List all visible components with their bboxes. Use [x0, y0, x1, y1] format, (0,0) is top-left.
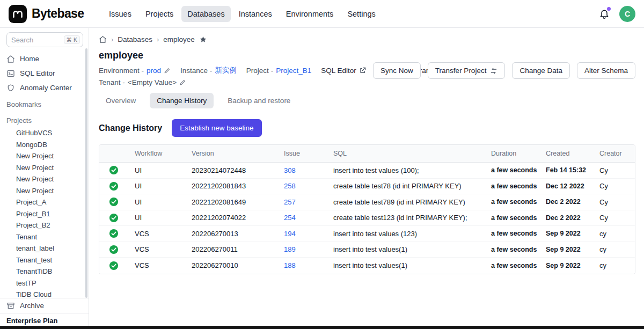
sidebar-item-label: Home: [20, 55, 39, 63]
duration-cell: a few seconds: [485, 230, 539, 237]
status-column-header: [99, 145, 128, 162]
sidebar-project-item[interactable]: New Project: [6, 150, 83, 162]
breadcrumb-databases[interactable]: Databases: [118, 35, 152, 43]
success-check-icon: [109, 229, 119, 238]
tab[interactable]: Change History: [150, 93, 214, 108]
sidebar-project-item[interactable]: Tenant_test: [6, 254, 83, 266]
establish-baseline-button[interactable]: Establish new baseline: [172, 119, 261, 137]
instance-link[interactable]: 新实例: [215, 65, 237, 75]
brand[interactable]: Bytebase: [9, 5, 96, 23]
version-cell: 20221202081843: [185, 182, 277, 190]
home-icon[interactable]: [99, 35, 107, 43]
table-row[interactable]: VCS 202206270010 188 insert into test va…: [99, 258, 635, 274]
sidebar-project-item[interactable]: TenantTiDB: [6, 266, 83, 277]
edit-environment-icon[interactable]: [164, 67, 171, 74]
success-check-icon: [109, 165, 119, 175]
version-cell: 20221202074022: [185, 214, 277, 222]
nav-item[interactable]: Instances: [233, 6, 278, 22]
tab[interactable]: Overview: [99, 93, 143, 108]
issue-link[interactable]: 188: [284, 261, 296, 269]
sync-now-button[interactable]: Sync Now: [373, 62, 421, 79]
bytebase-logo-icon: [9, 5, 27, 23]
nav-item[interactable]: Settings: [341, 6, 381, 22]
sidebar-item-label: SQL Editor: [20, 69, 55, 77]
user-avatar[interactable]: C: [619, 6, 635, 22]
instance-meta: Instance - 新实例: [180, 65, 237, 75]
table-row[interactable]: UI 20221202074022 254 create table test1…: [99, 210, 635, 226]
sidebar-project-item[interactable]: Project_B1: [6, 208, 83, 220]
alter-schema-button[interactable]: Alter Schema: [577, 62, 635, 79]
project-link[interactable]: Project_B1: [276, 67, 311, 75]
sidebar-scrollbar-thumb[interactable]: [85, 48, 87, 298]
project-meta: Project - Project_B1: [246, 67, 311, 75]
environment-label: Environment -: [99, 67, 144, 75]
tenant-label: Tenant -: [99, 78, 125, 86]
sidebar-item-anomaly-center[interactable]: Anomaly Center: [6, 81, 83, 95]
home-icon: [6, 55, 15, 63]
table-row[interactable]: VCS 202206270011 189 insert into test va…: [99, 242, 635, 258]
sql-editor-shortcut[interactable]: SQL Editor: [321, 67, 367, 75]
main-nav: IssuesProjectsDatabasesInstancesEnvironm…: [103, 6, 382, 22]
issue-link[interactable]: 308: [284, 166, 296, 174]
issue-link[interactable]: 257: [284, 198, 296, 206]
sidebar-project-item[interactable]: Tenant: [6, 231, 83, 243]
bookmark-star-icon[interactable]: [199, 35, 207, 43]
sidebar-project-item[interactable]: Project_B2: [6, 220, 83, 231]
table-row[interactable]: UI 20230214072448 308 insert into test v…: [99, 163, 635, 179]
sidebar-project-item[interactable]: testTP: [6, 277, 83, 289]
edit-tenant-icon[interactable]: [179, 79, 186, 86]
column-header-issue: Issue: [277, 145, 327, 162]
terminal-icon: [6, 69, 15, 78]
issue-link[interactable]: 189: [284, 245, 296, 253]
sidebar-project-item[interactable]: Project_A: [6, 196, 83, 208]
page-title: employee: [99, 50, 635, 61]
table-header: Workflow Version Issue SQL Duration Crea…: [99, 145, 635, 163]
table-row[interactable]: VCS 202206270013 194 insert into test va…: [99, 226, 635, 242]
issue-link[interactable]: 254: [284, 214, 296, 222]
sidebar-project-item[interactable]: New Project: [6, 173, 83, 185]
sidebar-bottom: Archive Enterprise Plan: [0, 298, 89, 329]
table-row[interactable]: UI 20221202081843 258 create table test7…: [99, 179, 635, 195]
sidebar-project-item[interactable]: New Project: [6, 185, 83, 197]
notification-bell-icon[interactable]: [599, 9, 610, 19]
sidebar-item-home[interactable]: Home: [6, 52, 83, 66]
creator-cell: Cy: [593, 198, 635, 206]
tab-bar: OverviewChange HistoryBackup and restore: [99, 93, 635, 108]
nav-item[interactable]: Databases: [181, 6, 230, 22]
project-label: Project -: [246, 67, 273, 75]
issue-link[interactable]: 194: [284, 230, 296, 238]
project-list: GitHubVCSMongoDBNew ProjectNew ProjectNe…: [6, 127, 83, 301]
search-input[interactable]: Search ⌘ K: [6, 32, 83, 47]
breadcrumb-employee[interactable]: employee: [163, 35, 195, 43]
column-header-version: Version: [185, 145, 277, 162]
column-header-workflow: Workflow: [128, 145, 185, 162]
sidebar-project-item[interactable]: tenant_label: [6, 243, 83, 254]
nav-item[interactable]: Projects: [140, 6, 179, 22]
transfer-project-button[interactable]: Transfer Project: [428, 62, 506, 79]
sidebar-item-sql-editor[interactable]: SQL Editor: [6, 66, 83, 81]
created-cell: Sep 9 2022: [539, 262, 593, 269]
sidebar-project-item[interactable]: New Project: [6, 162, 83, 174]
sidebar-section-projects: Projects: [6, 114, 83, 127]
created-cell: Feb 14 15:32: [539, 166, 593, 174]
sidebar-project-item[interactable]: MongoDB: [6, 139, 83, 151]
shield-icon: [6, 84, 15, 92]
breadcrumb-separator: ›: [157, 35, 159, 43]
top-navbar: Bytebase IssuesProjectsDatabasesInstance…: [0, 0, 644, 28]
issue-link[interactable]: 258: [284, 182, 296, 190]
table-row[interactable]: UI 20221202081649 257 create table test7…: [99, 194, 635, 210]
sql-cell: insert into test values (123): [327, 230, 485, 238]
success-check-icon: [109, 261, 119, 270]
sql-cell: create table test123 (id int PRIMARY KEY…: [327, 214, 485, 222]
version-cell: 20221202081649: [185, 198, 277, 206]
nav-item[interactable]: Environments: [280, 6, 340, 22]
nav-item[interactable]: Issues: [103, 6, 137, 22]
environment-link[interactable]: prod: [147, 67, 161, 75]
column-header-created: Created: [539, 145, 593, 162]
sidebar-item-archive[interactable]: Archive: [0, 298, 89, 313]
change-data-button[interactable]: Change Data: [512, 62, 570, 79]
tab[interactable]: Backup and restore: [221, 93, 297, 108]
sidebar-project-item[interactable]: GitHubVCS: [6, 127, 83, 139]
version-cell: 202206270013: [185, 230, 277, 238]
main-content: › Databases › employee employee Environm…: [89, 28, 644, 329]
